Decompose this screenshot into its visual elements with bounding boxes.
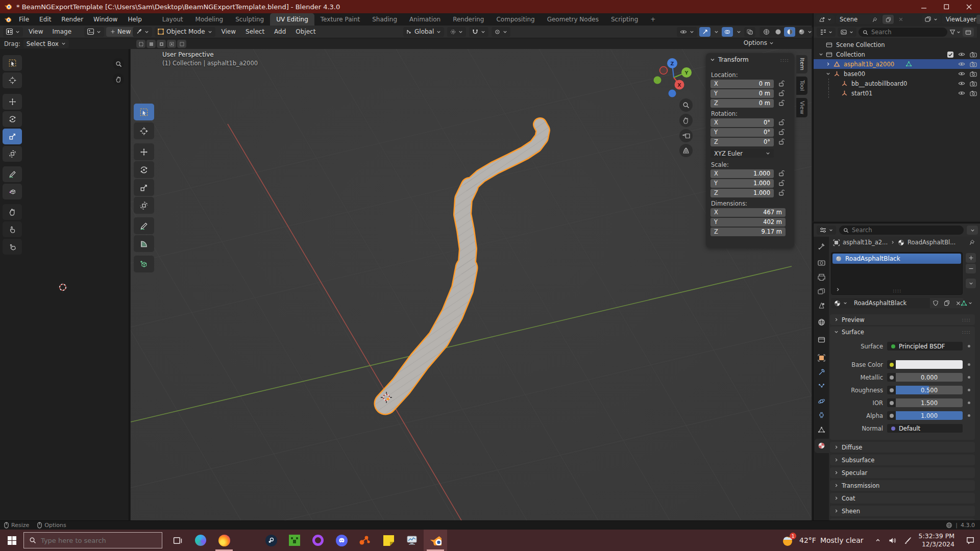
tree-row-scene-collection[interactable]: Scene Collection [814, 40, 980, 49]
diffuse-panel-header[interactable]: Diffuse [830, 442, 975, 453]
select-mode-toggle-3[interactable] [157, 40, 166, 48]
lock-icon[interactable] [778, 170, 785, 177]
shading-material-preview-button[interactable] [784, 27, 795, 37]
uv-tool-rotate[interactable] [3, 111, 22, 127]
menu-edit[interactable]: Edit [34, 13, 56, 26]
rotation-y-field[interactable]: Y0° [710, 128, 774, 137]
viewport-pan-button[interactable] [679, 114, 693, 127]
app-firefox[interactable] [212, 530, 236, 551]
tray-expand-button[interactable] [871, 530, 885, 551]
app-sticky-notes[interactable] [377, 530, 400, 551]
tab-output-icon[interactable] [818, 273, 825, 281]
start-button[interactable] [0, 530, 23, 551]
tab-animation[interactable]: Animation [403, 13, 447, 26]
tab-physics-icon[interactable] [818, 397, 825, 405]
uv-tool-cursor[interactable] [3, 72, 22, 88]
uv-tool-swipe-gesture[interactable] [3, 221, 22, 237]
app-task-manager[interactable] [400, 530, 424, 551]
exclude-checkbox[interactable] [947, 52, 953, 58]
tab-sculpting[interactable]: Sculpting [229, 13, 270, 26]
add-workspace-button[interactable]: + [644, 13, 662, 26]
vp-tool-rotate[interactable] [134, 161, 154, 178]
menu-window[interactable]: Window [88, 13, 122, 26]
tab-shading[interactable]: Shading [366, 13, 403, 26]
overlays-dropdown[interactable] [735, 27, 742, 37]
sheen-panel-header[interactable]: Sheen [830, 506, 975, 516]
lock-icon[interactable] [778, 80, 785, 87]
location-z-field[interactable]: Z0 m [710, 99, 774, 108]
pin-icon[interactable] [969, 239, 975, 245]
tree-row-start01[interactable]: start01 [814, 88, 980, 98]
menu-file[interactable]: File [14, 13, 34, 26]
remove-slot-button[interactable] [966, 264, 976, 273]
navigation-gizmo[interactable]: Z Y X [649, 51, 700, 107]
pen-settings-icon[interactable] [900, 530, 916, 551]
coat-panel-header[interactable]: Coat [830, 493, 975, 504]
uv-tool-pan[interactable] [3, 204, 22, 220]
viewport-ortho-toggle-button[interactable] [679, 144, 693, 157]
vp-tool-measure[interactable] [134, 235, 154, 252]
tab-world-icon[interactable] [818, 318, 825, 326]
tab-tool-icon[interactable] [818, 243, 825, 251]
lock-icon[interactable] [778, 99, 785, 106]
shading-dropdown[interactable] [807, 30, 812, 34]
drag-handle[interactable]: :::: [780, 57, 789, 63]
tab-render-icon[interactable] [818, 259, 825, 267]
tab-compositing[interactable]: Compositing [490, 13, 541, 26]
slot-specials-dropdown[interactable] [966, 279, 976, 288]
tab-object-data-icon[interactable] [818, 426, 825, 434]
hide-eye-icon[interactable] [958, 81, 965, 86]
uv-tool-measure[interactable] [3, 184, 22, 199]
window-titlebar[interactable]: * BeamNGExportTemplate [C:\Users\Sam\Des… [0, 0, 980, 13]
alpha-slider[interactable]: 1.000 [896, 411, 963, 420]
taskbar-search[interactable] [23, 532, 162, 548]
slot-expand-icon[interactable] [836, 287, 840, 292]
select-mode-toggle-1[interactable] [136, 40, 145, 48]
uv-editor-type-dropdown[interactable] [3, 27, 23, 37]
tree-row-asphalt1b-a2000[interactable]: asphalt1b_a2000 [814, 59, 980, 69]
fake-user-button[interactable] [930, 298, 941, 308]
view-menu[interactable]: View [218, 27, 239, 37]
vp-tool-cursor[interactable] [134, 122, 154, 139]
mode-dropdown[interactable]: Object Mode [155, 27, 215, 37]
snap-dropdown[interactable] [469, 27, 488, 37]
minimize-button[interactable] [913, 0, 935, 13]
render-camera-icon[interactable] [970, 52, 977, 58]
npanel-tab-tool[interactable]: Tool [796, 77, 807, 95]
new-viewlayer-button[interactable] [976, 15, 980, 24]
tree-row-base00[interactable]: base00 [814, 69, 980, 79]
task-view-button[interactable] [165, 530, 189, 551]
shading-solid-button[interactable] [772, 27, 783, 37]
location-y-field[interactable]: Y0 m [710, 89, 774, 98]
weather-widget[interactable]: 1 42°F Mostly clear [781, 534, 863, 547]
taskbar-clock[interactable]: 5:32:39 PM 12/3/2024 [919, 532, 954, 548]
lock-icon[interactable] [778, 119, 785, 126]
tab-uv-editing[interactable]: UV Editing [270, 13, 314, 26]
vp-tool-scale[interactable] [134, 179, 154, 196]
animate-dot[interactable] [968, 345, 970, 347]
lock-icon[interactable] [778, 90, 785, 96]
scale-x-field[interactable]: X1.000 [710, 169, 774, 178]
rotation-mode-dropdown[interactable]: XYZ Euler [710, 149, 774, 158]
preview-panel-header[interactable]: Preview :::: [830, 314, 975, 325]
properties-search-input[interactable] [852, 227, 960, 234]
animate-dot[interactable] [968, 414, 970, 417]
metallic-field[interactable]: 0.000 [896, 373, 963, 382]
uv-tool-select-box[interactable] [3, 55, 22, 71]
tab-material-icon[interactable] [818, 442, 825, 449]
tab-modifiers-icon[interactable] [818, 368, 825, 376]
animate-dot[interactable] [968, 376, 970, 379]
npanel-tab-item[interactable]: Item [796, 55, 807, 73]
tab-collection-icon[interactable] [818, 336, 825, 343]
scene-name-field[interactable]: Scene [836, 15, 881, 24]
dimensions-z-field[interactable]: Z9.17 m [710, 228, 786, 236]
material-name-field[interactable]: RoadAsphaltBlack [850, 298, 930, 308]
uv-tool-move[interactable] [3, 94, 22, 110]
object-menu[interactable]: Object [292, 27, 319, 37]
hide-eye-icon[interactable] [958, 90, 965, 96]
menu-render[interactable]: Render [56, 13, 88, 26]
tab-scene-icon[interactable] [818, 302, 825, 310]
select-menu[interactable]: Select [242, 27, 268, 37]
new-collection-button[interactable] [963, 28, 974, 37]
maximize-button[interactable] [935, 0, 958, 13]
